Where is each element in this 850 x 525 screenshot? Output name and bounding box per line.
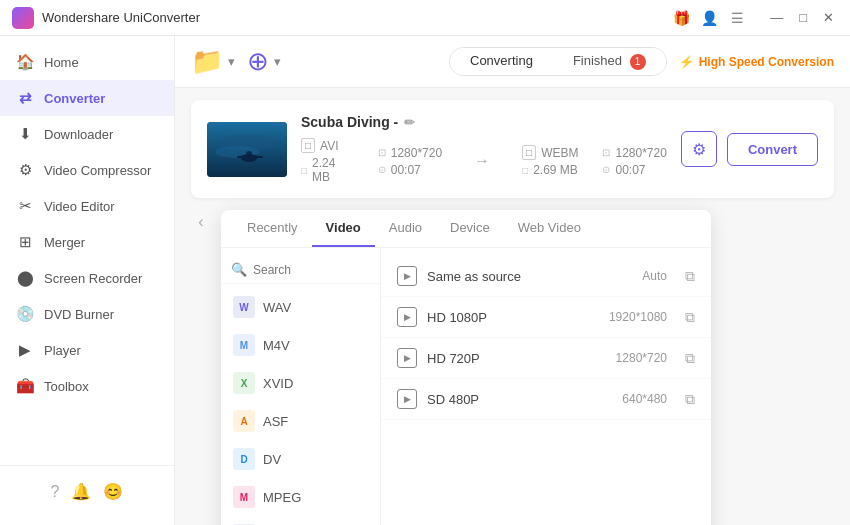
sidebar-label-recorder: Screen Recorder: [44, 271, 142, 286]
minimize-button[interactable]: —: [766, 10, 787, 25]
content-area: 📁 ▾ ⊕ ▾ Converting Finished 1 ⚡ High Spe…: [175, 36, 850, 525]
format-item-xvid[interactable]: X XVID: [221, 364, 380, 402]
add-icon: ⊕: [247, 46, 269, 77]
svg-point-7: [246, 151, 252, 157]
app-logo-icon: [12, 7, 34, 29]
sidebar-label-downloader: Downloader: [44, 127, 113, 142]
format-item-wav[interactable]: W WAV: [221, 288, 380, 326]
src-dur-row: ⊙ 00:07: [378, 163, 442, 177]
quality-same-as-source[interactable]: ▶ Same as source Auto ⧉: [381, 256, 711, 297]
file-info: Scuba Diving - ✏ □ AVI □ 2.24 MB: [301, 114, 667, 184]
sidebar-item-video-compressor[interactable]: ⚙ Video Compressor: [0, 152, 174, 188]
format-item-vob[interactable]: V VOB: [221, 516, 380, 525]
tab-recently[interactable]: Recently: [233, 210, 312, 247]
feedback-icon[interactable]: 😊: [103, 482, 123, 501]
sidebar-item-converter[interactable]: ⇄ Converter: [0, 80, 174, 116]
close-button[interactable]: ✕: [819, 10, 838, 25]
sidebar-item-downloader[interactable]: ⬇ Downloader: [0, 116, 174, 152]
add-file-label: ▾: [228, 54, 235, 69]
tab-converting[interactable]: Converting: [450, 48, 553, 75]
format-settings-button[interactable]: ⚙: [681, 131, 717, 167]
lightning-icon: ⚡: [679, 55, 694, 69]
quality-hd-720p[interactable]: ▶ HD 720P 1280*720 ⧉: [381, 338, 711, 379]
tab-web-video[interactable]: Web Video: [504, 210, 595, 247]
add-file-button[interactable]: 📁 ▾: [191, 46, 235, 77]
app-title: Wondershare UniConverter: [42, 10, 200, 25]
edit-name-icon[interactable]: ✏: [404, 115, 415, 130]
sidebar-label-dvd: DVD Burner: [44, 307, 114, 322]
dst-size-icon: □: [522, 165, 528, 176]
help-icon[interactable]: ?: [51, 483, 60, 501]
dst-res-row: ⊡ 1280*720: [602, 146, 666, 160]
quality-edit-icon-0[interactable]: ⧉: [685, 268, 695, 285]
format-item-asf[interactable]: A ASF: [221, 402, 380, 440]
svg-rect-5: [253, 156, 263, 158]
user-icon[interactable]: 👤: [700, 9, 718, 27]
format-search: 🔍: [221, 256, 380, 284]
conversion-tab-group: Converting Finished 1: [449, 47, 667, 76]
high-speed-button[interactable]: ⚡ High Speed Conversion: [679, 55, 834, 69]
sidebar-item-screen-recorder[interactable]: ⬤ Screen Recorder: [0, 260, 174, 296]
merge-icon: ⊞: [16, 233, 34, 251]
notification-icon[interactable]: 🔔: [71, 482, 91, 501]
sidebar-label-merger: Merger: [44, 235, 85, 250]
edit-icon: ✂: [16, 197, 34, 215]
titlebar-right: 🎁 👤 ☰ — □ ✕: [672, 9, 838, 27]
format-search-input[interactable]: [253, 263, 370, 277]
sidebar-label-home: Home: [44, 55, 79, 70]
dst-clock-icon: ⊙: [602, 164, 610, 175]
titlebar-left: Wondershare UniConverter: [12, 7, 200, 29]
quality-play-icon-3: ▶: [397, 389, 417, 409]
sidebar-label-converter: Converter: [44, 91, 105, 106]
clock-icon: ⊙: [378, 164, 386, 175]
sidebar-item-merger[interactable]: ⊞ Merger: [0, 224, 174, 260]
quality-list: ▶ Same as source Auto ⧉ ▶ HD 1080P 1920*…: [381, 248, 711, 525]
sidebar-item-home[interactable]: 🏠 Home: [0, 44, 174, 80]
quality-edit-icon-2[interactable]: ⧉: [685, 350, 695, 367]
convert-button[interactable]: Convert: [727, 133, 818, 166]
file-thumbnail: [207, 122, 287, 177]
toolbar: 📁 ▾ ⊕ ▾ Converting Finished 1 ⚡ High Spe…: [175, 36, 850, 88]
play-icon: ▶: [16, 341, 34, 359]
sidebar-item-dvd-burner[interactable]: 💿 DVD Burner: [0, 296, 174, 332]
quality-hd-1080p[interactable]: ▶ HD 1080P 1920*1080 ⧉: [381, 297, 711, 338]
src-format-row: □ AVI: [301, 138, 354, 153]
collapse-button[interactable]: ‹: [191, 212, 211, 232]
format-selector-area: ‹ Recently Video Audio Device: [175, 210, 850, 525]
sidebar-item-toolbox[interactable]: 🧰 Toolbox: [0, 368, 174, 404]
file-name: Scuba Diving - ✏: [301, 114, 667, 130]
res-icon: ⊡: [378, 147, 386, 158]
format-item-dv[interactable]: D DV: [221, 440, 380, 478]
format-item-mpeg[interactable]: M MPEG: [221, 478, 380, 516]
format-tabs: Recently Video Audio Device Web Video: [221, 210, 711, 248]
format-body: 🔍 W WAV M M4V X XVID: [221, 248, 711, 525]
maximize-button[interactable]: □: [795, 10, 811, 25]
size-icon: □: [301, 165, 307, 176]
quality-sd-480p[interactable]: ▶ SD 480P 640*480 ⧉: [381, 379, 711, 420]
sidebar-label-compressor: Video Compressor: [44, 163, 151, 178]
dst-res-icon: ⊡: [602, 147, 610, 158]
dvd-icon: 💿: [16, 305, 34, 323]
quality-edit-icon-3[interactable]: ⧉: [685, 391, 695, 408]
sidebar-item-player[interactable]: ▶ Player: [0, 332, 174, 368]
menu-icon[interactable]: ☰: [728, 9, 746, 27]
svg-rect-6: [237, 156, 243, 158]
format-list: 🔍 W WAV M M4V X XVID: [221, 248, 381, 525]
sidebar-item-video-editor[interactable]: ✂ Video Editor: [0, 188, 174, 224]
add-file-icon: 📁: [191, 46, 223, 77]
tab-device[interactable]: Device: [436, 210, 504, 247]
tab-finished[interactable]: Finished 1: [553, 48, 666, 75]
dst-format-row: □ WEBM: [522, 145, 578, 160]
gift-icon[interactable]: 🎁: [672, 9, 690, 27]
format-item-m4v[interactable]: M M4V: [221, 326, 380, 364]
m4v-icon: M: [233, 334, 255, 356]
quality-edit-icon-1[interactable]: ⧉: [685, 309, 695, 326]
tab-audio[interactable]: Audio: [375, 210, 436, 247]
compress-icon: ⚙: [16, 161, 34, 179]
home-icon: 🏠: [16, 53, 34, 71]
toolbox-icon: 🧰: [16, 377, 34, 395]
tab-video[interactable]: Video: [312, 210, 375, 247]
record-icon: ⬤: [16, 269, 34, 287]
add-item-button[interactable]: ⊕ ▾: [247, 46, 281, 77]
sidebar-bottom: ? 🔔 😊: [0, 465, 174, 517]
